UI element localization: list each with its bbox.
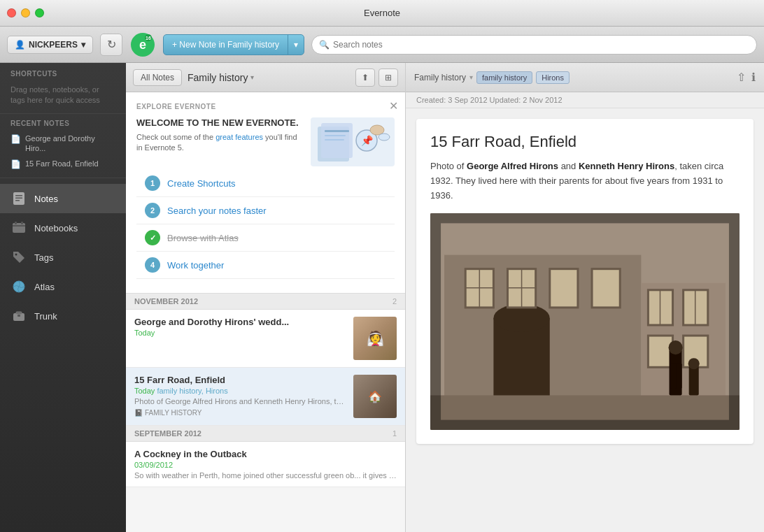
svg-rect-15 bbox=[16, 312, 22, 314]
recent-note-label-2: 15 Farr Road, Enfield bbox=[25, 159, 99, 168]
step-label-4: Work together bbox=[167, 260, 224, 271]
main-toolbar: 👤 NICKPEERS ▾ ↻ e 16 + New Note in Famil… bbox=[0, 27, 764, 63]
breadcrumb-tag-family-history[interactable]: family history bbox=[476, 71, 532, 84]
sidebar-item-atlas[interactable]: Atlas bbox=[0, 272, 126, 301]
svg-rect-11 bbox=[21, 222, 23, 224]
note-item-george[interactable]: George and Dorothy Hirons' wedd... Today… bbox=[126, 310, 405, 368]
sidebar-item-notebooks[interactable]: Notebooks bbox=[0, 213, 126, 243]
tags-nav-icon bbox=[10, 249, 27, 266]
breadcrumb: Family history ▾ family history Hirons bbox=[414, 71, 570, 84]
close-button[interactable] bbox=[7, 8, 16, 17]
svg-rect-14 bbox=[13, 313, 24, 321]
notes-nav-icon bbox=[10, 190, 27, 207]
shortcuts-area: Drag notes, notebooks, or tags here for … bbox=[0, 81, 126, 114]
step-number-4: 4 bbox=[145, 257, 160, 273]
note-title-farr: 15 Farr Road, Enfield bbox=[134, 375, 346, 385]
month-label-nov: NOVEMBER 2012 bbox=[134, 297, 198, 305]
svg-rect-5 bbox=[15, 195, 22, 196]
breadcrumb-tag-hirons[interactable]: Hirons bbox=[536, 71, 570, 84]
note-icon-2: 📄 bbox=[10, 159, 21, 169]
welcome-desc-highlight: great features bbox=[215, 133, 263, 141]
window-controls bbox=[7, 8, 44, 17]
body-between: and bbox=[558, 161, 579, 171]
breadcrumb-notebook: Family history bbox=[414, 73, 466, 82]
breadcrumb-arrow-icon: ▾ bbox=[469, 73, 473, 81]
recent-note-item[interactable]: 📄 George and Dorothy Hiro... bbox=[0, 131, 126, 157]
onboarding-step-2[interactable]: 2 Search your notes faster bbox=[136, 197, 395, 224]
note-image bbox=[430, 213, 740, 430]
share-button[interactable]: ⇧ bbox=[737, 71, 746, 84]
welcome-text: WELCOME TO THE NEW EVERNOTE. Check out s… bbox=[136, 117, 304, 166]
welcome-illustration: 📌 bbox=[311, 117, 395, 166]
svg-rect-8 bbox=[13, 223, 25, 233]
onboarding-step-3[interactable]: ✓ Browse with Atlas bbox=[136, 224, 395, 252]
notebook-title-label: Family history bbox=[188, 72, 248, 83]
new-note-dropdown-arrow[interactable]: ▾ bbox=[288, 35, 304, 55]
step-number-1: 1 bbox=[145, 175, 160, 191]
svg-rect-9 bbox=[13, 225, 25, 227]
note-view: Family history ▾ family history Hirons ⇧… bbox=[406, 63, 764, 532]
onboarding-step-1[interactable]: 1 Create Shortcuts bbox=[136, 170, 395, 197]
user-icon: 👤 bbox=[15, 40, 25, 50]
new-note-label[interactable]: + New Note in Family history bbox=[164, 35, 288, 55]
svg-text:📌: 📌 bbox=[361, 135, 374, 147]
month-header-nov: NOVEMBER 2012 2 bbox=[126, 294, 405, 310]
notebook-tag-label: FAMILY HISTORY bbox=[145, 409, 202, 417]
new-note-button[interactable]: + New Note in Family history ▾ bbox=[163, 34, 304, 55]
sidebar-divider bbox=[0, 178, 126, 178]
all-notes-button[interactable]: All Notes bbox=[133, 69, 182, 86]
sort-button[interactable]: ⬆ bbox=[355, 69, 375, 87]
maximize-button[interactable] bbox=[35, 8, 44, 17]
note-snippet-cockney: So with weather in Perth, home joined ot… bbox=[134, 471, 397, 480]
svg-rect-20 bbox=[325, 135, 346, 136]
svg-rect-6 bbox=[15, 198, 22, 199]
note-date-farr: Today family history, Hirons bbox=[134, 387, 346, 395]
body-before: Photo of bbox=[430, 161, 467, 171]
search-bar: 🔍 bbox=[311, 35, 757, 55]
svg-rect-7 bbox=[15, 200, 20, 201]
info-button[interactable]: ℹ bbox=[751, 71, 756, 84]
note-item-cockney-content: A Cockney in the Outback 03/09/2012 So w… bbox=[134, 449, 397, 480]
note-item-cockney[interactable]: A Cockney in the Outback 03/09/2012 So w… bbox=[126, 442, 405, 487]
month-count-sep: 1 bbox=[392, 429, 397, 438]
note-thumbnail: 👰 bbox=[353, 317, 397, 360]
month-count-nov: 2 bbox=[392, 297, 397, 305]
view-toggle-button[interactable]: ⊞ bbox=[379, 69, 398, 87]
svg-rect-19 bbox=[325, 130, 349, 132]
notebook-tag-icon: 📓 bbox=[134, 409, 143, 417]
month-label-sep: SEPTEMBER 2012 bbox=[134, 429, 201, 438]
atlas-nav-label: Atlas bbox=[34, 282, 55, 292]
note-item-farr-road-content: 15 Farr Road, Enfield Today family histo… bbox=[134, 375, 346, 418]
sync-button[interactable]: ↻ bbox=[100, 34, 122, 56]
onboarding-step-4[interactable]: 4 Work together bbox=[136, 252, 395, 279]
notes-toolbar: All Notes Family history ▾ ⬆ ⊞ bbox=[126, 63, 405, 92]
sidebar-item-trunk[interactable]: Trunk bbox=[0, 301, 126, 331]
search-icon: 🔍 bbox=[319, 40, 330, 50]
sort-icon: ⬆ bbox=[362, 73, 369, 82]
note-view-actions: ⇧ ℹ bbox=[737, 71, 756, 84]
step-number-2: 2 bbox=[145, 203, 160, 218]
shortcuts-title: SHORTCUTS bbox=[0, 63, 126, 81]
search-input[interactable] bbox=[333, 40, 749, 50]
notes-toolbar-actions: ⬆ ⊞ bbox=[355, 69, 398, 87]
explore-header: EXPLORE EVERNOTE bbox=[136, 103, 395, 110]
note-card-body: Photo of George Alfred Hirons and Kennet… bbox=[430, 159, 740, 203]
step-label-3: Browse with Atlas bbox=[167, 233, 239, 243]
minimize-button[interactable] bbox=[21, 8, 30, 17]
sidebar-item-tags[interactable]: Tags bbox=[0, 243, 126, 272]
notebooks-nav-label: Notebooks bbox=[34, 223, 78, 233]
recent-note-item-2[interactable]: 📄 15 Farr Road, Enfield bbox=[0, 156, 126, 172]
step-number-3: ✓ bbox=[145, 230, 160, 245]
sidebar-item-notes[interactable]: Notes bbox=[0, 184, 126, 213]
svg-rect-10 bbox=[15, 222, 17, 224]
user-menu-button[interactable]: 👤 NICKPEERS ▾ bbox=[7, 36, 93, 54]
window-title: Evernote bbox=[364, 8, 400, 18]
sidebar: SHORTCUTS Drag notes, notebooks, or tags… bbox=[0, 63, 126, 532]
note-date-text: Today bbox=[134, 387, 155, 395]
note-card-title: 15 Farr Road, Enfield bbox=[430, 133, 740, 151]
note-item-farr-road[interactable]: 15 Farr Road, Enfield Today family histo… bbox=[126, 368, 405, 426]
close-welcome-button[interactable]: ✕ bbox=[389, 99, 398, 113]
note-content: 15 Farr Road, Enfield Photo of George Al… bbox=[406, 108, 764, 532]
note-title: George and Dorothy Hirons' wedd... bbox=[134, 317, 346, 327]
chevron-down-icon: ▾ bbox=[81, 40, 85, 50]
